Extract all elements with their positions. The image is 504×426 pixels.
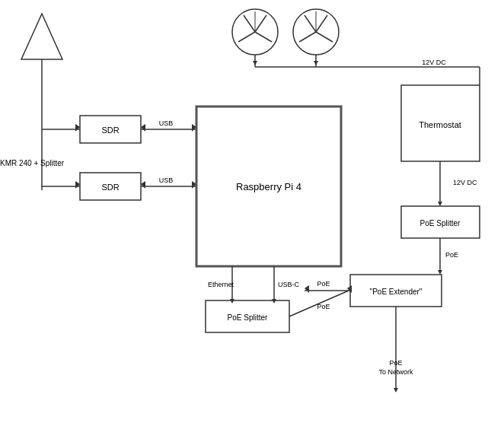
svg-text:PoE: PoE [317,303,330,310]
svg-text:"PoE Extender": "PoE Extender" [370,288,423,296]
svg-text:PoE: PoE [445,251,458,259]
svg-text:USB-C: USB-C [278,281,300,288]
svg-text:PoE: PoE [389,359,402,367]
diagram: SDR SDR USB USB Raspberry Pi 4 [0,0,504,426]
svg-text:USB: USB [159,176,174,184]
svg-text:12V DC: 12V DC [453,179,477,186]
svg-text:Raspberry Pi 4: Raspberry Pi 4 [236,181,301,192]
svg-text:Ethernet: Ethernet [208,281,234,288]
svg-text:Thermostat: Thermostat [419,120,461,129]
svg-text:USB: USB [159,119,174,127]
svg-text:To Network: To Network [378,368,413,376]
svg-text:SDR: SDR [101,126,119,135]
svg-text:PoE Splitter: PoE Splitter [228,313,268,322]
main-svg: SDR SDR USB USB Raspberry Pi 4 [0,0,504,426]
svg-text:PoE Splitter: PoE Splitter [420,219,461,227]
svg-text:SDR: SDR [101,183,119,192]
svg-text:PoE: PoE [317,280,330,288]
svg-text:KMR 240 + Splitter: KMR 240 + Splitter [0,159,65,167]
svg-text:12V DC: 12V DC [422,59,446,66]
